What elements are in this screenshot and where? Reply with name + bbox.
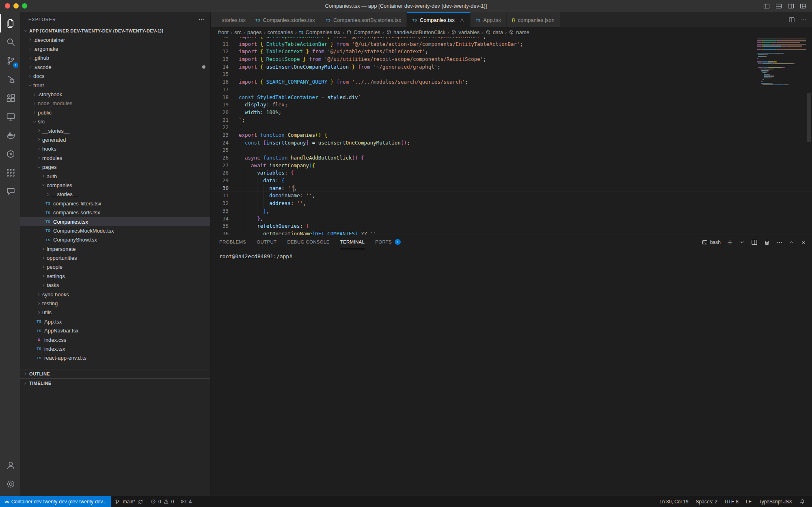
tree-item[interactable]: auth	[20, 172, 210, 181]
activity-bar-item-graphql[interactable]	[0, 145, 20, 163]
code-line[interactable]: 12import { TableContext } from '@/ui/tab…	[211, 48, 812, 56]
panel-tab-terminal[interactable]: TERMINAL	[340, 235, 365, 249]
code-line[interactable]: 24const [insertCompany] = useInsertOneCo…	[211, 139, 812, 147]
editor-scrollbar[interactable]	[806, 37, 812, 235]
activity-bar-item-extensions[interactable]	[0, 88, 20, 107]
tree-item[interactable]: .storybook	[20, 90, 210, 99]
code-line[interactable]: 30name: '',	[211, 185, 812, 192]
tree-item[interactable]: sync-hooks	[20, 290, 210, 299]
activity-bar-item-chat[interactable]	[0, 182, 20, 201]
code-line[interactable]: 27await insertCompany({	[211, 162, 812, 170]
close-tab-icon[interactable]	[459, 17, 465, 23]
editor-tab[interactable]: TSCompanies.stories.tsx	[250, 12, 320, 27]
tree-item[interactable]: TSAppNavbar.tsx	[20, 326, 210, 335]
activity-bar-item-account[interactable]	[0, 456, 20, 475]
close-panel-icon[interactable]	[801, 239, 806, 245]
tree-item[interactable]: .devcontainer	[20, 35, 210, 44]
tree-item[interactable]: docs	[20, 72, 210, 81]
toggle-secondary-sidebar-icon[interactable]	[788, 3, 794, 9]
terminal[interactable]: root@0a42ecd84891:/app#	[211, 249, 812, 496]
breadcrumb-item[interactable]: src	[234, 29, 241, 35]
kill-terminal-icon[interactable]	[764, 239, 770, 246]
code-line[interactable]: 31domainName: '',	[211, 192, 812, 200]
activity-bar-item-run-and-debug[interactable]	[0, 70, 20, 88]
tree-item[interactable]: TSCompaniesMockMode.tsx	[20, 226, 210, 235]
new-terminal-icon[interactable]	[727, 239, 733, 246]
tree-item[interactable]: generated	[20, 135, 210, 144]
toggle-panel-icon[interactable]	[775, 3, 782, 9]
tree-item[interactable]: src	[20, 117, 210, 126]
tree-item[interactable]: TSCompanies.tsx	[20, 217, 210, 226]
code-line[interactable]: 21`;	[211, 117, 812, 124]
code-line[interactable]: 20width: 100%;	[211, 109, 812, 117]
code-line[interactable]: 16import { SEARCH_COMPANY_QUERY } from '…	[211, 78, 812, 86]
code-editor[interactable]: 10import { WithTopBarContainer } from '@…	[211, 37, 812, 235]
tree-item[interactable]: __stories__	[20, 126, 210, 135]
breadcrumb-item[interactable]: variables	[451, 29, 479, 35]
panel-tab-debug-console[interactable]: DEBUG CONSOLE	[287, 235, 329, 249]
code-line[interactable]: 15	[211, 71, 812, 78]
tree-item[interactable]: TSreact-app-env.d.ts	[20, 354, 210, 362]
customize-layout-icon[interactable]	[800, 3, 806, 9]
code-line[interactable]: 11import { EntityTableActionBar } from '…	[211, 41, 812, 48]
code-line[interactable]: 28variables: {	[211, 169, 812, 177]
editor-tab[interactable]: stories.tsx	[211, 12, 250, 27]
tree-item[interactable]: tasks	[20, 281, 210, 290]
tree-item[interactable]: settings	[20, 272, 210, 280]
tree-item[interactable]: people	[20, 263, 210, 272]
close-window-button[interactable]	[5, 3, 10, 9]
activity-bar-item-docker[interactable]	[0, 126, 20, 145]
editor-more-actions-icon[interactable]	[801, 17, 807, 23]
editor-tab[interactable]: TSCompanies.sortBy.stories.tsx	[320, 12, 407, 27]
problems-indicator[interactable]: 0 0	[147, 496, 177, 507]
tree-item[interactable]: .vscode	[20, 63, 210, 71]
tree-item[interactable]: pages	[20, 162, 210, 171]
terminal-dropdown-chevron-icon[interactable]	[739, 239, 745, 245]
breadcrumb-item[interactable]: handleAddButtonClick	[386, 29, 445, 35]
encoding-indicator[interactable]: UTF-8	[721, 496, 742, 507]
activity-bar-item-search[interactable]	[0, 32, 20, 51]
split-editor-icon[interactable]	[788, 17, 795, 23]
language-mode-indicator[interactable]: TypeScript JSX	[755, 496, 796, 507]
notifications-bell[interactable]	[796, 496, 809, 507]
code-line[interactable]: 25	[211, 147, 812, 154]
maximize-panel-icon[interactable]	[789, 239, 795, 245]
code-line[interactable]: 35refetchQueries: [	[211, 222, 812, 230]
eol-indicator[interactable]: LF	[742, 496, 755, 507]
sync-icon[interactable]	[138, 499, 143, 505]
code-line[interactable]: 26async function handleAddButtonClick() …	[211, 154, 812, 162]
breadcrumb-item[interactable]: front	[218, 29, 229, 35]
cursor-position-indicator[interactable]: Ln 30, Col 19	[656, 496, 692, 507]
breadcrumb-item[interactable]: name	[509, 29, 529, 35]
branch-indicator[interactable]: main*	[111, 496, 147, 507]
explorer-more-actions-icon[interactable]	[198, 16, 205, 23]
tree-item[interactable]: __stories__	[20, 190, 210, 199]
activity-bar-item-explorer[interactable]	[0, 14, 20, 32]
editor-tab[interactable]: TSCompanies.tsx	[407, 12, 471, 27]
panel-more-actions-icon[interactable]	[776, 239, 783, 246]
code-line[interactable]: 18const StyledTableContainer = styled.di…	[211, 94, 812, 101]
scrollbar-thumb[interactable]	[807, 93, 811, 142]
tree-item[interactable]: TScompanies-filters.tsx	[20, 199, 210, 208]
breadcrumb-item[interactable]: TSCompanies.tsx	[299, 29, 341, 35]
tree-item[interactable]: .ergomake	[20, 44, 210, 53]
tree-item[interactable]: companies	[20, 181, 210, 190]
code-line[interactable]: 10import { WithTopBarContainer } from '@…	[211, 37, 812, 41]
tree-item[interactable]: TSindex.tsx	[20, 344, 210, 353]
explorer-root-folder[interactable]: APP [CONTAINER DEV-TWENTY-DEV (DEV-TWENT…	[20, 26, 210, 35]
code-line[interactable]: 29data: {	[211, 177, 812, 185]
code-line[interactable]: 14import { useInsertOneCompanyMutation }…	[211, 63, 812, 71]
editor-tab[interactable]: TSApp.tsx	[471, 12, 507, 27]
breadcrumb-item[interactable]: data	[486, 29, 503, 35]
breadcrumb-item[interactable]: pages	[247, 29, 261, 35]
indentation-indicator[interactable]: Spaces: 2	[692, 496, 721, 507]
zoom-window-button[interactable]	[22, 3, 27, 9]
split-terminal-icon[interactable]	[751, 239, 758, 246]
tree-item[interactable]: TScompanies-sorts.tsx	[20, 208, 210, 217]
tree-item[interactable]: node_modules	[20, 99, 210, 108]
editor-tab[interactable]: {}companies.json	[507, 12, 560, 27]
code-line[interactable]: 34},	[211, 215, 812, 223]
tree-item[interactable]: front	[20, 81, 210, 90]
code-line[interactable]: 33},	[211, 207, 812, 215]
code-line[interactable]: 13import { RecoilScope } from '@/ui/util…	[211, 56, 812, 63]
